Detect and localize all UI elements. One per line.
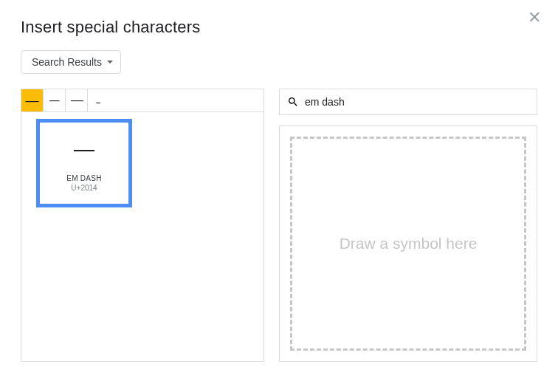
draw-panel-outer: Draw a symbol here [279, 125, 537, 362]
close-button[interactable]: ✕ [524, 7, 545, 28]
preview-glyph: — [74, 137, 94, 161]
close-icon: ✕ [528, 8, 541, 27]
category-label: Search Results [32, 56, 102, 68]
preview-name: EM DASH [66, 174, 102, 182]
glyph-cell[interactable]: — [21, 89, 44, 111]
character-preview: — EM DASH U+2014 [36, 119, 132, 207]
preview-codepoint: U+2014 [71, 184, 97, 192]
chevron-down-icon [107, 61, 113, 63]
glyph-row: — ⸺ ⸻ ﹘ [21, 89, 264, 112]
category-dropdown[interactable]: Search Results [21, 50, 121, 74]
draw-prompt: Draw a symbol here [340, 235, 478, 252]
glyph-cell[interactable]: ﹘ [88, 89, 110, 111]
dialog-header: Insert special characters [21, 18, 537, 37]
draw-canvas[interactable]: Draw a symbol here [290, 137, 526, 351]
glyph-cell[interactable]: ⸻ [66, 89, 88, 111]
dialog-title: Insert special characters [21, 18, 200, 37]
search-box[interactable] [279, 89, 537, 115]
search-input[interactable] [305, 96, 529, 108]
panels: — ⸺ ⸻ ﹘ — EM DASH U+2014 Draw a symbol h… [21, 89, 537, 362]
right-panel: Draw a symbol here [279, 89, 537, 362]
results-panel: — ⸺ ⸻ ﹘ — EM DASH U+2014 [21, 89, 264, 362]
search-icon [287, 96, 299, 108]
glyph-cell[interactable]: ⸺ [44, 89, 66, 111]
